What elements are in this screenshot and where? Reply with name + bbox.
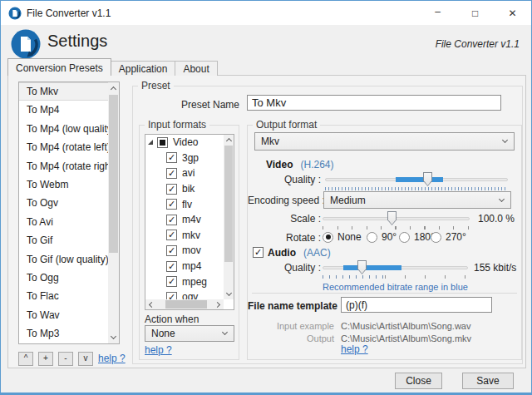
rotate-option-270[interactable]: 270° (431, 231, 466, 243)
radio-icon (431, 232, 441, 243)
expander-icon[interactable] (148, 140, 153, 145)
scrollbar-thumb[interactable] (165, 300, 207, 309)
tree-item[interactable]: mpeg (145, 274, 224, 289)
scroll-up-icon[interactable] (224, 135, 234, 145)
rotate-label: Rotate : (248, 232, 321, 244)
file-name-template-help-link[interactable]: help ? (341, 343, 368, 355)
preset-list-item[interactable]: To Gif (low quality) (19, 250, 108, 269)
preset-list-item[interactable]: To Gif (19, 231, 108, 249)
tree-item[interactable]: flv (145, 196, 224, 212)
tree-item[interactable]: mov (145, 243, 224, 259)
preset-list-item[interactable]: To Mp3 (19, 324, 108, 343)
chevron-down-icon (499, 195, 505, 201)
format-checkbox[interactable] (166, 152, 177, 163)
format-checkbox[interactable] (166, 230, 177, 240)
scroll-left-icon[interactable] (145, 299, 155, 309)
tree-item[interactable]: avi (145, 165, 224, 181)
format-checkbox[interactable] (166, 184, 177, 195)
format-checkbox[interactable] (166, 276, 177, 287)
preset-list-item[interactable]: To Mp4 (low quality) (19, 120, 108, 138)
preset-list-item[interactable]: To Mkv (19, 82, 108, 101)
format-checkbox[interactable] (166, 261, 177, 272)
format-checkbox[interactable] (166, 199, 177, 210)
tree-root-label: Video (173, 136, 198, 148)
maximize-button[interactable]: □ (456, 1, 494, 25)
video-quality-slider[interactable] (325, 172, 508, 187)
tab-conversion-presets[interactable]: Conversion Presets (7, 58, 111, 76)
scrollbar-thumb[interactable] (224, 146, 233, 262)
save-button[interactable]: Save (462, 373, 514, 389)
audio-enabled-checkbox[interactable] (253, 247, 264, 258)
tree-item[interactable]: m4v (145, 212, 224, 228)
footer: Close Save (1, 368, 531, 393)
video-category-checkbox[interactable] (157, 137, 168, 148)
move-preset-down-button[interactable]: v (78, 352, 93, 366)
format-checkbox[interactable] (166, 215, 177, 225)
rotate-option-none[interactable]: None (323, 231, 362, 243)
close-button[interactable]: Close (395, 373, 442, 389)
tree-item[interactable]: ogv (145, 289, 224, 299)
action-when-finished-select[interactable]: None (145, 325, 234, 342)
app-version-label: File Converter v1.1 (436, 38, 520, 50)
preset-list-item[interactable]: To Avi (19, 213, 108, 231)
format-checkbox[interactable] (166, 245, 177, 256)
scroll-down-icon[interactable] (224, 289, 234, 299)
scroll-up-icon[interactable] (108, 82, 119, 94)
titlebar[interactable]: File Converter v1.1 – □ ✕ (1, 1, 531, 25)
slider-thumb[interactable] (387, 211, 397, 225)
preset-name-label: Preset Name (133, 99, 239, 111)
slider-thumb[interactable] (357, 260, 367, 274)
encoding-speed-label: Encoding speed : (248, 195, 321, 206)
tree-root-row[interactable]: Video (145, 135, 224, 151)
scale-slider[interactable] (323, 211, 470, 226)
file-name-template-input[interactable] (341, 297, 492, 313)
preset-name-input[interactable] (247, 95, 501, 111)
preset-list-item[interactable]: To Wav (19, 306, 108, 324)
input-formats-tree: Video 3gp avi bik flv m4v mkv mov mp4 mp… (145, 134, 234, 310)
close-icon[interactable]: ✕ (494, 1, 531, 25)
scale-value: 100.0 % (478, 213, 515, 225)
output-format-select[interactable]: Mkv (254, 132, 515, 151)
minimize-button[interactable]: – (419, 1, 456, 25)
preset-list-item[interactable]: To Ogv (19, 194, 108, 212)
slider-ticks (323, 275, 385, 279)
tab-about[interactable]: About (175, 61, 217, 76)
input-formats-help-link[interactable]: help ? (145, 344, 172, 356)
format-checkbox[interactable] (166, 168, 177, 179)
rotate-option-180[interactable]: 180° (399, 231, 435, 243)
tree-item[interactable]: bik (145, 181, 224, 197)
scrollbar-thumb[interactable] (109, 95, 118, 253)
preset-list-item[interactable]: To Flac (19, 287, 108, 305)
preset-list-item[interactable]: To Mp4 (rotate left) (19, 138, 108, 156)
encoding-speed-select[interactable]: Medium (323, 191, 511, 209)
move-preset-up-button[interactable]: ^ (18, 352, 33, 366)
file-name-template-label: File name template (248, 300, 334, 312)
output-example-label: Output (248, 333, 334, 343)
preset-list-item[interactable]: To Mp4 (19, 101, 108, 119)
tree-item[interactable]: mp4 (145, 259, 224, 274)
preset-list-item[interactable]: To Ogg (19, 269, 108, 287)
rotate-option-90[interactable]: 90° (367, 231, 397, 243)
remove-preset-button[interactable]: - (58, 352, 73, 366)
header: Settings File Converter v1.1 (1, 25, 531, 58)
add-preset-button[interactable]: + (38, 352, 53, 366)
audio-quality-slider[interactable] (323, 260, 468, 275)
tree-item[interactable]: 3gp (145, 151, 224, 166)
slider-range (343, 265, 401, 270)
slider-thumb[interactable] (423, 172, 432, 186)
scroll-right-icon[interactable] (214, 299, 224, 309)
tree-scrollbar-vertical[interactable] (224, 135, 234, 299)
preset-list-scrollbar[interactable] (108, 82, 119, 343)
preset-list-help-link[interactable]: help ? (98, 353, 126, 364)
scroll-down-icon[interactable] (108, 332, 119, 343)
format-checkbox[interactable] (166, 292, 177, 299)
slider-ticks (385, 275, 468, 279)
tree-scrollbar-horizontal[interactable] (145, 299, 224, 309)
preset-list-item[interactable]: To Webm (19, 175, 108, 194)
input-formats-group: Input formats Video 3gp avi bik flv m4v (139, 125, 239, 360)
preset-list-item[interactable]: To Mp4 (rotate right) (19, 157, 108, 175)
slider-ticks (323, 226, 470, 230)
radio-icon (399, 232, 410, 243)
tree-item[interactable]: mkv (145, 228, 224, 244)
tab-application[interactable]: Application (111, 61, 176, 76)
